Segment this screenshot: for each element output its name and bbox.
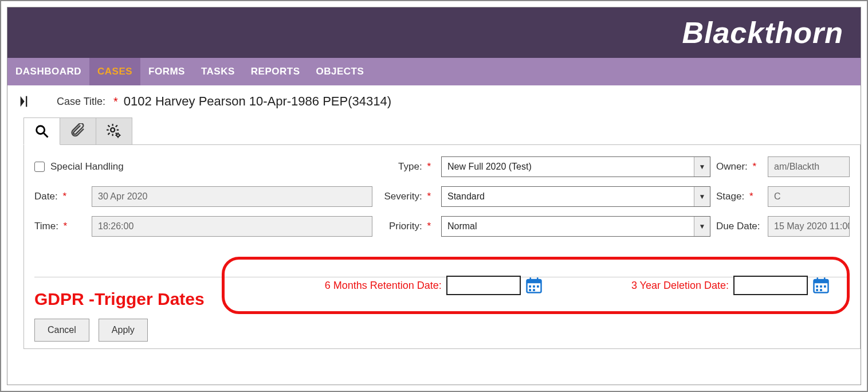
- svg-rect-32: [824, 285, 826, 288]
- severity-label: Severity: *: [378, 191, 435, 202]
- svg-point-1: [37, 126, 45, 134]
- tab-strip: [23, 117, 861, 145]
- svg-rect-29: [824, 277, 826, 281]
- due-date-label: Due Date:: [716, 221, 762, 232]
- gdpr-title: GDPR -Trigger Dates: [34, 289, 205, 309]
- time-input[interactable]: [92, 216, 372, 237]
- case-title-row: Case Title: * 0102 Harvey Pearson 10-Apr…: [7, 85, 861, 115]
- nav-cases[interactable]: CASES: [89, 58, 140, 85]
- nav-reports[interactable]: REPORTS: [243, 58, 308, 85]
- svg-rect-34: [820, 289, 822, 291]
- nav-objects[interactable]: OBJECTS: [308, 58, 372, 85]
- dropdown-arrow-icon: ▼: [694, 187, 710, 206]
- svg-rect-24: [529, 289, 531, 291]
- tab-settings[interactable]: [96, 117, 132, 145]
- svg-rect-25: [533, 289, 535, 291]
- main-nav: DASHBOARD CASES FORMS TASKS REPORTS OBJE…: [7, 58, 861, 85]
- svg-rect-31: [820, 285, 822, 288]
- expand-icon[interactable]: [18, 93, 34, 109]
- date-label: Date: *: [34, 191, 86, 202]
- type-value: New Full 2020 (Test): [447, 162, 694, 172]
- svg-line-8: [108, 126, 110, 127]
- dropdown-arrow-icon: ▼: [694, 157, 710, 177]
- due-date-field[interactable]: 15 May 2020 11:00:00: [768, 216, 850, 237]
- svg-rect-19: [529, 277, 531, 281]
- retention-date-input[interactable]: [446, 276, 521, 295]
- special-handling-row: Special Handling: [34, 161, 372, 173]
- date-input[interactable]: [92, 186, 372, 207]
- type-select[interactable]: New Full 2020 (Test) ▼: [441, 156, 710, 177]
- deletion-date-input[interactable]: [733, 276, 808, 295]
- stage-field[interactable]: C: [768, 186, 850, 207]
- app-header: Blackthorn: [7, 7, 861, 58]
- stage-label: Stage: *: [716, 191, 762, 202]
- window-frame: Blackthorn DASHBOARD CASES FORMS TASKS R…: [0, 0, 868, 392]
- priority-value: Normal: [447, 221, 694, 232]
- special-handling-checkbox[interactable]: [34, 162, 45, 172]
- nav-dashboard[interactable]: DASHBOARD: [7, 58, 89, 85]
- button-row: Cancel Apply: [34, 319, 148, 342]
- apply-button[interactable]: Apply: [99, 319, 148, 342]
- gdpr-section: GDPR -Trigger Dates 6 Months Retention D…: [34, 277, 850, 314]
- owner-field[interactable]: am/Blackth: [768, 156, 850, 177]
- retention-label: 6 Months Retention Date:: [325, 280, 442, 292]
- case-title-value: 0102 Harvey Pearson 10-Apr-1986 PEP(3431…: [124, 94, 391, 109]
- calendar-icon[interactable]: [812, 277, 830, 294]
- svg-line-11: [116, 126, 117, 127]
- svg-rect-21: [529, 285, 531, 288]
- svg-line-2: [44, 134, 48, 138]
- tab-attachments[interactable]: [60, 117, 96, 145]
- owner-label: Owner: *: [716, 161, 762, 173]
- type-label: Type: *: [378, 161, 435, 173]
- priority-label: Priority: *: [378, 221, 435, 232]
- dropdown-arrow-icon: ▼: [694, 217, 710, 236]
- svg-rect-23: [537, 285, 539, 288]
- priority-select[interactable]: Normal ▼: [441, 216, 710, 237]
- svg-line-10: [108, 133, 110, 135]
- svg-point-3: [111, 128, 115, 132]
- severity-select[interactable]: Standard ▼: [441, 186, 710, 207]
- form-grid: Special Handling Type: * New Full 2020 (…: [34, 156, 850, 237]
- svg-rect-18: [527, 280, 541, 283]
- deletion-field-group: 3 Year Deletion Date:: [631, 276, 830, 295]
- nav-forms[interactable]: FORMS: [140, 58, 193, 85]
- severity-value: Standard: [447, 191, 694, 202]
- tab-search[interactable]: [23, 117, 60, 145]
- case-title-label: Case Title:: [57, 96, 105, 108]
- svg-rect-20: [537, 277, 539, 281]
- svg-rect-33: [816, 289, 818, 291]
- cancel-button[interactable]: Cancel: [34, 319, 89, 342]
- svg-rect-28: [817, 277, 819, 281]
- nav-tasks[interactable]: TASKS: [193, 58, 243, 85]
- svg-rect-22: [533, 285, 535, 288]
- form-panel: Special Handling Type: * New Full 2020 (…: [23, 144, 861, 349]
- brand-logo: Blackthorn: [682, 15, 843, 50]
- retention-field-group: 6 Months Retention Date:: [325, 276, 543, 295]
- svg-point-12: [117, 134, 120, 137]
- svg-rect-27: [814, 280, 828, 283]
- calendar-icon[interactable]: [525, 277, 543, 294]
- svg-rect-30: [816, 285, 818, 288]
- time-label: Time: *: [34, 221, 86, 232]
- svg-rect-0: [26, 96, 27, 107]
- annotation-highlight: 6 Months Retention Date: 3 Year Deletion…: [222, 257, 850, 314]
- special-handling-label: Special Handling: [50, 161, 124, 173]
- required-star: *: [113, 95, 118, 108]
- deletion-label: 3 Year Deletion Date:: [631, 280, 729, 292]
- content-frame: Blackthorn DASHBOARD CASES FORMS TASKS R…: [7, 7, 861, 385]
